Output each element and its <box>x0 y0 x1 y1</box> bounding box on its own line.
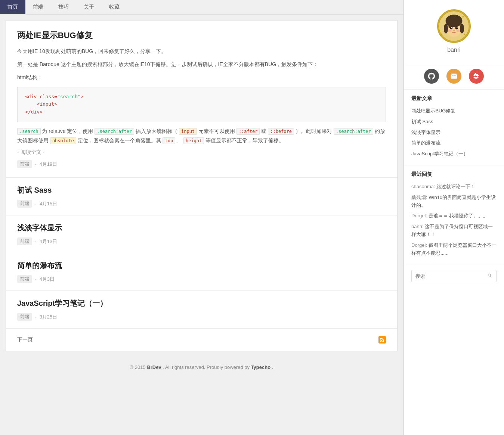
svg-point-15 <box>448 29 451 32</box>
rss-icon[interactable] <box>378 336 386 344</box>
footer-suffix: . All rights reserved. Proudly powered b… <box>163 364 250 370</box>
article-js-title[interactable]: JavaScript学习笔记（一） <box>17 298 386 308</box>
featured-article: 两处IE显示BUG修复 今天用IE 10发现两处萌萌的BUG，回来修复了好久，分… <box>6 21 397 178</box>
svg-point-17 <box>475 77 476 78</box>
comment-text-2: 是谁＝＝ 我猫怪你了。。。 <box>429 213 488 218</box>
svg-point-10 <box>450 27 452 29</box>
search-box <box>411 270 497 282</box>
comment-item-1: 桑残烟: Win10的界面简直就是小学生设计的。 <box>411 192 497 211</box>
list-item: 两处IE显示BUG修复 <box>411 106 497 116</box>
svg-point-16 <box>457 29 460 32</box>
article-font-title[interactable]: 浅淡字体显示 <box>17 223 386 233</box>
recent-post-link-2[interactable]: 浅淡字体显示 <box>411 130 440 135</box>
svg-text:★: ★ <box>440 32 443 36</box>
featured-article-intro1: 今天用IE 10发现两处萌萌的BUG，回来修复了好久，分享一下。 <box>17 47 386 56</box>
search-button[interactable] <box>483 270 496 282</box>
commenter-0: chasonma <box>411 184 434 189</box>
svg-text:★: ★ <box>463 32 466 36</box>
recent-posts-title: 最新文章 <box>411 95 497 102</box>
recent-post-link-0[interactable]: 两处IE显示BUG修复 <box>411 108 455 114</box>
article-js: JavaScript学习笔记（一） 前端 · 3月25日 <box>6 291 397 329</box>
recent-comments-title: 最近回复 <box>411 171 497 178</box>
article-sass-meta: 前端 · 4月15日 <box>17 200 386 208</box>
nav-frontend[interactable]: 前端 <box>25 0 51 14</box>
svg-point-14 <box>453 30 455 31</box>
comment-item-3: banri: 这不是为了保持窗口可视区域一样大嘛！！ <box>411 221 497 240</box>
search-input[interactable] <box>412 270 483 282</box>
list-item: 浅淡字体显示 <box>411 127 497 138</box>
avatar-name: banri <box>413 47 495 53</box>
svg-point-0 <box>380 341 381 342</box>
nav-home[interactable]: 首页 <box>0 0 25 14</box>
sidebar: ★ ★ ★ ★ <box>403 0 504 435</box>
commenter-2: Dorgel <box>411 213 426 218</box>
social-icons <box>404 63 504 90</box>
nav-about[interactable]: 关于 <box>76 0 102 14</box>
commenter-3: banri <box>411 224 422 229</box>
featured-article-meta: 前端 · 4月19日 <box>17 160 386 168</box>
featured-article-date: 4月19日 <box>40 161 58 168</box>
article-font-meta: 前端 · 4月13日 <box>17 237 386 245</box>
comment-item-4: Dorgel: 截图里两个浏览器窗口大小不一样有点不能忍...... <box>411 240 497 259</box>
article-waterfall-title[interactable]: 简单的瀑布流 <box>17 261 386 271</box>
avatar: ★ ★ ★ ★ <box>437 9 471 43</box>
svg-text:★: ★ <box>441 15 443 18</box>
footer: © 2015 BrDev . All rights reserved. Prou… <box>0 357 403 377</box>
weibo-icon[interactable] <box>469 69 484 84</box>
nav-favorites[interactable]: 收藏 <box>102 0 127 14</box>
article-waterfall-date: 4月3日 <box>40 276 55 283</box>
footer-copyright: © 2015 <box>130 364 146 370</box>
svg-point-9 <box>460 24 464 33</box>
svg-text:★: ★ <box>462 15 464 18</box>
featured-article-tag: 前端 <box>17 160 32 168</box>
list-item: 简单的瀑布流 <box>411 138 497 149</box>
html-label: html结构： <box>17 73 386 82</box>
next-page-link[interactable]: 下一页 <box>17 336 33 343</box>
recent-post-link-3[interactable]: 简单的瀑布流 <box>411 140 440 146</box>
svg-point-12 <box>451 27 452 28</box>
footer-brand-link[interactable]: BrDev <box>147 364 161 370</box>
email-icon[interactable] <box>446 69 461 84</box>
svg-point-8 <box>444 24 448 33</box>
article-font-date: 4月13日 <box>40 238 58 245</box>
avatar-section: ★ ★ ★ ★ <box>404 0 504 63</box>
article-sass-tag: 前端 <box>17 200 32 208</box>
article-waterfall: 简单的瀑布流 前端 · 4月3日 <box>6 253 397 291</box>
featured-article-title: 两处IE显示BUG修复 <box>17 30 386 41</box>
article-sass: 初试 Sass 前端 · 4月15日 <box>6 178 397 215</box>
github-icon[interactable] <box>424 69 439 84</box>
comment-text-0: 路过就评论一下！ <box>436 184 475 189</box>
nav-tips[interactable]: 技巧 <box>51 0 76 14</box>
article-font: 浅淡字体显示 前端 · 4月13日 <box>6 215 397 253</box>
comment-item-2: Dorgel: 是谁＝＝ 我猫怪你了。。。 <box>411 211 497 221</box>
inline-description: .search 为 relative 定位，使用 .search:after 插… <box>17 127 386 145</box>
pagination: 下一页 <box>6 329 397 351</box>
article-sass-title[interactable]: 初试 Sass <box>17 185 386 195</box>
recent-post-link-1[interactable]: 初试 Sass <box>411 119 433 124</box>
list-item: JavaScript学习笔记（一） <box>411 149 497 159</box>
recent-post-link-4[interactable]: JavaScript学习笔记（一） <box>411 151 468 156</box>
comment-item-0: chasonma: 路过就评论一下！ <box>411 181 497 192</box>
featured-article-intro2: 第一处是 Baroque 这个主题的搜索框部分，放大镜在IE10下偏移。进一步测… <box>17 60 386 69</box>
recent-posts-list: 两处IE显示BUG修复 初试 Sass 浅淡字体显示 简单的瀑布流 JavaSc… <box>411 106 497 159</box>
footer-dot: . <box>272 364 273 370</box>
article-js-meta: 前端 · 3月25日 <box>17 313 386 321</box>
article-sass-date: 4月15日 <box>40 201 58 207</box>
commenter-4: Dorgel <box>411 242 426 248</box>
search-section <box>404 264 504 288</box>
main-nav: 首页 前端 技巧 关于 收藏 <box>0 0 403 15</box>
recent-comments-section: 最近回复 chasonma: 路过就评论一下！ 桑残烟: Win10的界面简直就… <box>404 165 504 264</box>
commenter-1: 桑残烟 <box>411 195 426 200</box>
footer-engine-link[interactable]: Typecho <box>251 364 271 370</box>
article-js-tag: 前端 <box>17 313 32 321</box>
read-more[interactable]: - 阅读全文 - <box>17 149 386 156</box>
list-item: 初试 Sass <box>411 116 497 127</box>
svg-point-13 <box>457 27 457 28</box>
code-block: <div class="search"> <input> </div> <box>17 87 386 122</box>
content-area: 两处IE显示BUG修复 今天用IE 10发现两处萌萌的BUG，回来修复了好久，分… <box>6 20 398 351</box>
recent-posts-section: 最新文章 两处IE显示BUG修复 初试 Sass 浅淡字体显示 简单的瀑布流 J… <box>404 90 504 165</box>
article-font-tag: 前端 <box>17 237 32 245</box>
article-waterfall-tag: 前端 <box>17 275 32 283</box>
comment-text-3: 这不是为了保持窗口可视区域一样大嘛！！ <box>411 224 493 237</box>
svg-point-11 <box>455 27 458 29</box>
